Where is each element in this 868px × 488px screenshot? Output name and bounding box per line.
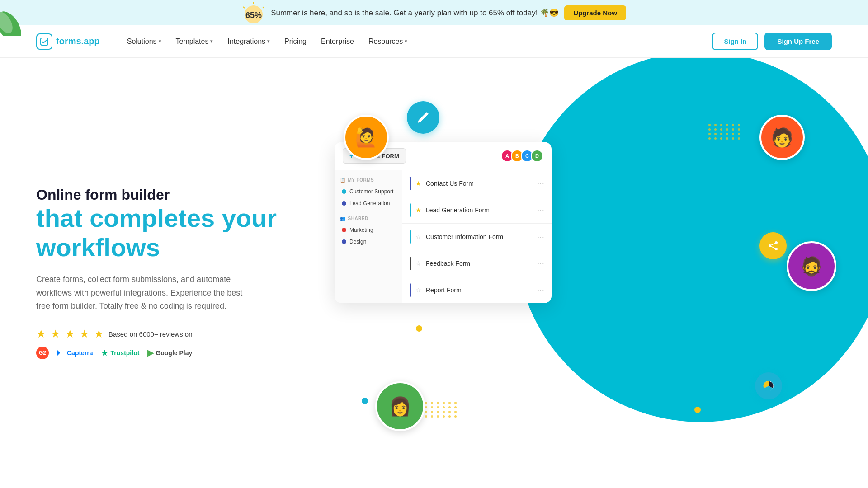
collaborator-avatars: A B C D — [501, 150, 543, 162]
form-row-feedback[interactable]: ☆ Feedback Form ⋯ — [402, 250, 552, 277]
form-row-contact[interactable]: ★ Contact Us Form ⋯ — [402, 170, 552, 197]
svg-point-10 — [775, 248, 778, 250]
nav-pricing[interactable]: Pricing — [284, 38, 307, 46]
logo-icon — [36, 33, 52, 50]
dot-teal — [342, 189, 346, 194]
badge-capterra: Capterra — [57, 349, 93, 357]
bar-contact — [410, 177, 411, 190]
sale-logo: 65% — [242, 2, 265, 23]
bg-circle — [515, 58, 868, 422]
bar-lead — [410, 203, 411, 217]
pencil-button[interactable] — [407, 101, 439, 134]
nav-solutions[interactable]: Solutions▾ — [127, 38, 161, 46]
svg-point-8 — [775, 241, 778, 244]
reviews-text: Based on 6000+ reviews on — [108, 330, 193, 338]
star-4: ★ — [80, 328, 90, 340]
star-customer: ☆ — [415, 233, 421, 240]
logo-link[interactable]: forms.app — [36, 33, 100, 50]
hero-description: Create forms, collect form submissions, … — [36, 273, 253, 313]
shared-label: 👥 SHARED — [340, 216, 396, 221]
floating-avatar-3: 🧔 — [787, 241, 836, 291]
my-forms-label: 📋 MY FORMS — [340, 178, 396, 183]
play-icon: ▶ — [147, 348, 154, 358]
sidebar-marketing[interactable]: Marketing — [340, 225, 396, 235]
dots-top-right — [708, 124, 741, 140]
badge-g2: G2 — [36, 347, 49, 359]
sign-up-button[interactable]: Sign Up Free — [764, 33, 832, 50]
star-2: ★ — [51, 328, 61, 340]
form-row-customer[interactable]: ☆ Customer Information Form ⋯ — [402, 224, 552, 250]
bar-feedback — [410, 257, 411, 270]
dot-blue-2 — [342, 239, 346, 244]
sign-in-button[interactable]: Sign In — [712, 33, 758, 50]
sidebar-customer-support[interactable]: Customer Support — [340, 186, 396, 197]
navigation: forms.app Solutions▾ Templates▾ Integrat… — [0, 25, 868, 58]
star-contact: ★ — [415, 180, 421, 187]
floating-avatar-4: 👩 — [375, 381, 425, 431]
g2-icon: G2 — [36, 347, 49, 359]
form-panel: + CREATE FORM A B C D 📋 MY FORMS — [335, 142, 552, 303]
svg-line-5 — [263, 7, 264, 8]
banner-text: Summer is here, and so is the sale. Get … — [271, 8, 559, 18]
avatar-4: D — [531, 150, 543, 162]
bar-report — [410, 283, 411, 297]
hero-title: Online form builder that completes your … — [36, 187, 307, 262]
bar-customer — [410, 230, 411, 244]
star-lead: ★ — [415, 206, 421, 214]
dots-bottom — [425, 402, 458, 418]
connector-dot-1 — [416, 325, 422, 332]
nav-integrations[interactable]: Integrations▾ — [227, 38, 270, 46]
more-feedback[interactable]: ⋯ — [537, 259, 544, 268]
sidebar-design[interactable]: Design — [340, 236, 396, 247]
main-content: Online form builder that completes your … — [0, 58, 868, 488]
badges-row: G2 Capterra ★Trustpilot ▶Google Play — [36, 347, 307, 359]
badge-trustpilot: ★Trustpilot — [101, 349, 140, 357]
top-banner: 65% Summer is here, and so is the sale. … — [0, 0, 868, 25]
floating-avatar-2: 🧑 — [760, 115, 805, 160]
panel-sidebar: 📋 MY FORMS Customer Support Lead Generat… — [335, 170, 402, 303]
star-5: ★ — [94, 328, 104, 340]
hero-illustration: 🙋 🧑 🧔 👩 — [307, 88, 832, 458]
svg-line-12 — [771, 247, 775, 249]
floating-avatar-1: 🙋 — [344, 115, 389, 160]
form-list: ★ Contact Us Form ⋯ ★ Lead Generation Fo… — [402, 170, 552, 303]
more-contact[interactable]: ⋯ — [537, 179, 544, 188]
nav-templates[interactable]: Templates▾ — [176, 38, 213, 46]
logo-text: forms.app — [56, 36, 100, 47]
nav-enterprise[interactable]: Enterprise — [321, 38, 354, 46]
connector-dot-2 — [694, 407, 701, 413]
nav-actions: Sign In Sign Up Free — [712, 33, 832, 50]
reviews-row: ★ ★ ★ ★ ★ Based on 6000+ reviews on — [36, 328, 307, 340]
more-lead[interactable]: ⋯ — [537, 206, 544, 215]
svg-point-9 — [769, 244, 771, 247]
nav-resources[interactable]: Resources▾ — [368, 38, 407, 46]
star-3: ★ — [65, 328, 75, 340]
share-button[interactable] — [760, 232, 787, 259]
star-1: ★ — [36, 328, 46, 340]
teal-dot-1 — [362, 398, 368, 404]
sidebar-lead-generation[interactable]: Lead Generation — [340, 198, 396, 209]
dot-blue — [342, 201, 346, 206]
hero-section: Online form builder that completes your … — [36, 187, 307, 359]
more-report[interactable]: ⋯ — [537, 286, 544, 295]
dot-red — [342, 228, 346, 232]
svg-line-11 — [771, 244, 775, 245]
form-row-report[interactable]: ☆ Report Form ⋯ — [402, 277, 552, 303]
svg-text:65%: 65% — [245, 11, 262, 20]
upgrade-now-button[interactable]: Upgrade Now — [564, 5, 626, 20]
panel-body: 📋 MY FORMS Customer Support Lead Generat… — [335, 170, 552, 303]
form-row-lead[interactable]: ★ Lead Generation Form ⋯ — [402, 197, 552, 224]
nav-links: Solutions▾ Templates▾ Integrations▾ Pric… — [127, 38, 694, 46]
chart-button[interactable] — [755, 372, 782, 399]
more-customer[interactable]: ⋯ — [537, 233, 544, 241]
star-feedback: ☆ — [415, 260, 421, 267]
star-report: ☆ — [415, 286, 421, 294]
svg-line-6 — [243, 7, 245, 8]
badge-google-play: ▶Google Play — [147, 348, 192, 358]
